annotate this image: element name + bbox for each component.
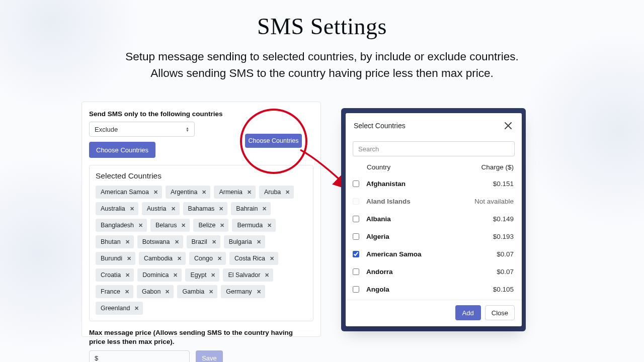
remove-tag-icon[interactable]: ✕	[177, 255, 182, 262]
country-tag: Australia✕	[96, 202, 138, 215]
remove-tag-icon[interactable]: ✕	[138, 222, 143, 229]
country-search-input[interactable]: Search	[353, 141, 515, 156]
remove-tag-icon[interactable]: ✕	[220, 222, 224, 229]
page-subtitle-2: Allows sending SMS to the country having…	[0, 65, 644, 82]
remove-tag-icon[interactable]: ✕	[212, 239, 216, 245]
country-tag: Greenland✕	[96, 302, 143, 315]
remove-tag-icon[interactable]: ✕	[127, 255, 131, 262]
country-tag: American Samoa✕	[96, 186, 162, 199]
country-tag: Aruba✕	[259, 186, 294, 199]
remove-tag-icon[interactable]: ✕	[130, 206, 134, 212]
country-tag-label: Bermuda	[237, 222, 263, 229]
country-checkbox[interactable]	[353, 233, 359, 240]
col-charge-header: Charge ($)	[481, 163, 514, 171]
country-row: Aland IslandsNot available	[353, 193, 515, 210]
country-tag: Cambodia✕	[139, 252, 186, 265]
remove-tag-icon[interactable]: ✕	[175, 239, 179, 245]
remove-tag-icon[interactable]: ✕	[153, 189, 158, 196]
country-tag-label: Bangladesh	[101, 222, 134, 229]
remove-tag-icon[interactable]: ✕	[171, 206, 176, 212]
country-tag-label: Congo	[194, 255, 213, 262]
remove-tag-icon[interactable]: ✕	[217, 255, 222, 262]
country-tag-label: El Salvador	[228, 272, 260, 279]
remove-tag-icon[interactable]: ✕	[262, 206, 267, 212]
remove-tag-icon[interactable]: ✕	[267, 222, 272, 229]
country-tag-label: Brazil	[192, 238, 207, 245]
country-tag: Botswana✕	[137, 235, 183, 248]
country-tag: Croatia✕	[96, 268, 134, 282]
remove-tag-icon[interactable]: ✕	[173, 272, 178, 279]
col-country-header: Country	[367, 163, 481, 171]
remove-tag-icon[interactable]: ✕	[270, 255, 274, 262]
add-button[interactable]: Add	[455, 305, 481, 320]
remove-tag-icon[interactable]: ✕	[125, 272, 130, 279]
remove-tag-icon[interactable]: ✕	[125, 239, 130, 245]
country-name: American Samoa	[366, 250, 497, 258]
country-checkbox[interactable]	[353, 286, 359, 293]
country-name: Algeria	[366, 233, 493, 240]
select-caret-icon: ▲▼	[186, 127, 189, 132]
country-tag: Belize✕	[193, 219, 228, 232]
country-checkbox[interactable]	[353, 251, 359, 257]
country-tag: Dominica✕	[137, 268, 182, 282]
remove-tag-icon[interactable]: ✕	[125, 289, 129, 295]
modal-title: Select Countries	[354, 122, 406, 130]
country-checkbox[interactable]	[353, 180, 359, 187]
country-tag-label: Costa Rica	[234, 255, 265, 262]
country-tag: Bhutan✕	[96, 235, 134, 248]
country-tag: Congo✕	[189, 252, 226, 265]
remove-tag-icon[interactable]: ✕	[265, 272, 269, 279]
remove-tag-icon[interactable]: ✕	[202, 189, 206, 196]
remove-tag-icon[interactable]: ✕	[165, 289, 170, 295]
country-tag: Argentina✕	[166, 186, 211, 199]
modal-close-button[interactable]	[503, 120, 514, 131]
remove-tag-icon[interactable]: ✕	[211, 272, 215, 279]
choose-countries-highlight-button[interactable]: Choose Countries	[245, 134, 302, 148]
max-price-input[interactable]: $	[89, 350, 190, 362]
country-tag-label: Bulgaria	[229, 238, 252, 245]
mode-select-value: Exclude	[95, 126, 118, 133]
country-name: Aland Islands	[366, 198, 474, 205]
close-button[interactable]: Close	[485, 305, 515, 320]
country-name: Andorra	[366, 268, 497, 276]
save-button[interactable]: Save	[196, 350, 223, 362]
remove-tag-icon[interactable]: ✕	[247, 189, 252, 196]
max-price-placeholder: $	[95, 354, 98, 362]
country-checkbox[interactable]	[353, 268, 359, 275]
country-tag-label: Dominica	[142, 272, 169, 279]
country-tag: El Salvador✕	[223, 268, 273, 282]
country-tag: Bahamas✕	[183, 202, 228, 215]
remove-tag-icon[interactable]: ✕	[134, 305, 139, 312]
country-row: Afghanistan$0.151	[353, 175, 515, 193]
close-icon	[505, 122, 512, 129]
country-tag: Costa Rica✕	[229, 252, 278, 265]
remove-tag-icon[interactable]: ✕	[257, 239, 261, 245]
country-name: Afghanistan	[366, 180, 493, 188]
mode-select[interactable]: Exclude ▲▼	[89, 122, 195, 137]
remove-tag-icon[interactable]: ✕	[219, 206, 223, 212]
country-tag-label: Croatia	[101, 272, 121, 279]
max-price-label: Max message price (Allows sending SMS to…	[89, 328, 310, 346]
country-tag: Bangladesh✕	[96, 219, 147, 232]
page-title: SMS Settings	[0, 13, 644, 40]
country-tag-label: Bahrain	[236, 205, 258, 212]
country-row: Algeria$0.193	[353, 228, 515, 245]
search-placeholder: Search	[358, 145, 379, 153]
selected-countries-panel: Selected Countries American Samoa✕Argent…	[89, 165, 313, 321]
country-row: Andorra$0.07	[353, 263, 515, 281]
country-tag-label: Bhutan	[101, 238, 121, 245]
country-charge: $0.149	[493, 215, 514, 223]
country-tag-label: Greenland	[101, 305, 130, 312]
country-checkbox[interactable]	[353, 216, 359, 222]
country-tag-label: Bahamas	[188, 205, 215, 212]
remove-tag-icon[interactable]: ✕	[209, 289, 213, 295]
choose-countries-button[interactable]: Choose Countries	[89, 142, 155, 158]
remove-tag-icon[interactable]: ✕	[181, 222, 186, 229]
country-tag: Germany✕	[221, 285, 265, 298]
country-charge: $0.07	[497, 250, 514, 258]
country-row: American Samoa$0.07	[353, 245, 515, 263]
country-checkbox	[353, 198, 359, 205]
remove-tag-icon[interactable]: ✕	[257, 289, 261, 295]
country-row: Angola$0.105	[353, 281, 515, 298]
remove-tag-icon[interactable]: ✕	[285, 189, 290, 196]
